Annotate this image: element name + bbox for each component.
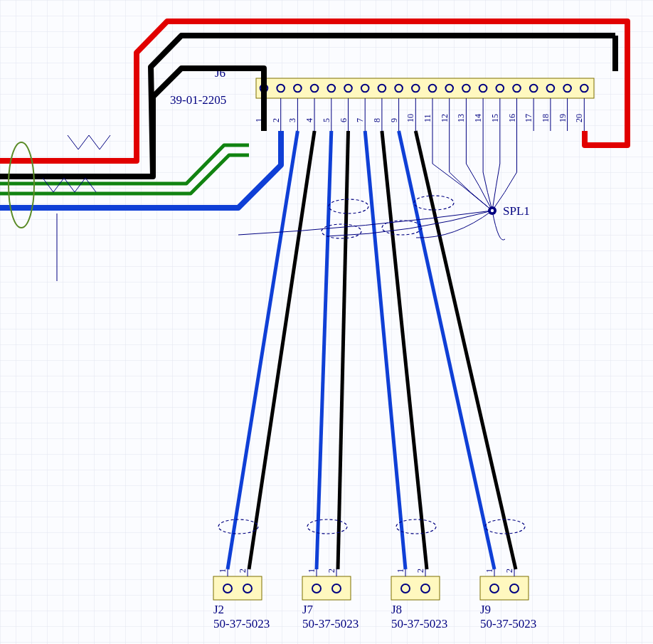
connector-j8[interactable]: 12J850-37-5023 <box>391 569 447 630</box>
j6-pin-hole-10 <box>412 85 420 93</box>
j6-pin-hole-3 <box>294 85 302 93</box>
svg-point-35 <box>312 584 321 593</box>
j9-pin-2: 2 <box>504 569 514 573</box>
j7-pn: 50-37-5023 <box>302 617 359 630</box>
j6-pin-num-12: 12 <box>440 114 450 122</box>
j6-pin-num-3: 3 <box>287 118 297 122</box>
j6-pin-num-4: 4 <box>304 118 314 122</box>
j6-pin-num-15: 15 <box>490 114 500 122</box>
wiring-diagram[interactable]: 1234567891011121314151617181920 J6 39-01… <box>0 0 653 644</box>
j7-pin-1: 1 <box>307 569 317 573</box>
j6-pin-hole-20 <box>580 85 588 93</box>
j6-pin-hole-18 <box>547 85 555 93</box>
svg-rect-29 <box>213 576 262 600</box>
svg-rect-2 <box>256 78 594 98</box>
j8-pin-1: 1 <box>395 569 405 573</box>
svg-point-36 <box>332 584 341 593</box>
j8-pn: 50-37-5023 <box>391 617 447 630</box>
j6-pin-num-6: 6 <box>339 118 349 122</box>
j6-pin-num-8: 8 <box>372 118 382 122</box>
j6-pin-num-11: 11 <box>423 114 432 122</box>
svg-point-28 <box>491 209 494 212</box>
j6-pin-hole-7 <box>361 85 369 93</box>
j7-ref: J7 <box>302 603 314 616</box>
svg-point-41 <box>421 584 430 593</box>
j2-ref: J2 <box>213 603 224 616</box>
j8-ref: J8 <box>391 603 402 616</box>
j6-pin-hole-11 <box>429 85 437 93</box>
j6-pin-hole-12 <box>445 85 453 93</box>
j6-pin-num-18: 18 <box>541 114 551 122</box>
j8-pin-2: 2 <box>415 569 425 573</box>
j6-pin-hole-5 <box>328 85 336 93</box>
j2-pin-1: 1 <box>218 569 228 573</box>
j6-pin-num-20: 20 <box>574 114 584 122</box>
j6-pin-hole-4 <box>311 85 319 93</box>
j6-pin-hole-13 <box>462 85 470 93</box>
connector-j2[interactable]: 12J250-37-5023 <box>213 569 270 630</box>
j6-pin-hole-17 <box>530 85 538 93</box>
j7-pin-2: 2 <box>326 569 336 573</box>
j6-pin-hole-15 <box>497 85 504 93</box>
j6-pin-hole-2 <box>277 85 285 93</box>
j6-pin-hole-9 <box>395 85 403 93</box>
svg-point-40 <box>401 584 410 593</box>
j9-pin-1: 1 <box>484 569 494 573</box>
j9-pn: 50-37-5023 <box>480 617 536 630</box>
j6-pin-num-7: 7 <box>355 118 365 122</box>
j6-pin-num-14: 14 <box>473 114 483 122</box>
j6-pin-num-16: 16 <box>507 114 517 122</box>
j6-pin-hole-19 <box>563 85 571 93</box>
svg-rect-39 <box>391 576 440 600</box>
j6-pin-num-9: 9 <box>389 118 399 122</box>
j6-pin-num-17: 17 <box>524 114 533 122</box>
svg-point-46 <box>510 584 519 593</box>
j6-pin-num-19: 19 <box>558 114 568 122</box>
j2-pin-2: 2 <box>238 569 248 573</box>
svg-point-31 <box>243 584 252 593</box>
j9-ref: J9 <box>480 603 491 616</box>
svg-point-45 <box>490 584 499 593</box>
j6-pin-hole-6 <box>344 85 352 93</box>
j6-pin-num-2: 2 <box>271 118 281 122</box>
j6-pin-num-13: 13 <box>456 114 466 122</box>
svg-point-30 <box>223 584 232 593</box>
spl1-ref: SPL1 <box>503 204 530 218</box>
j2-pn: 50-37-5023 <box>213 617 270 630</box>
j6-pin-hole-14 <box>479 85 487 93</box>
svg-rect-34 <box>302 576 351 600</box>
j6-pin-hole-16 <box>513 85 521 93</box>
connector-j9[interactable]: 12J950-37-5023 <box>480 569 536 630</box>
j6-pin-num-5: 5 <box>322 118 331 122</box>
j6-pn: 39-01-2205 <box>170 93 226 107</box>
j6-pin-hole-8 <box>378 85 386 93</box>
j6-pin-num-10: 10 <box>405 114 415 122</box>
connector-j7[interactable]: 12J750-37-5023 <box>302 569 359 630</box>
svg-rect-44 <box>480 576 529 600</box>
